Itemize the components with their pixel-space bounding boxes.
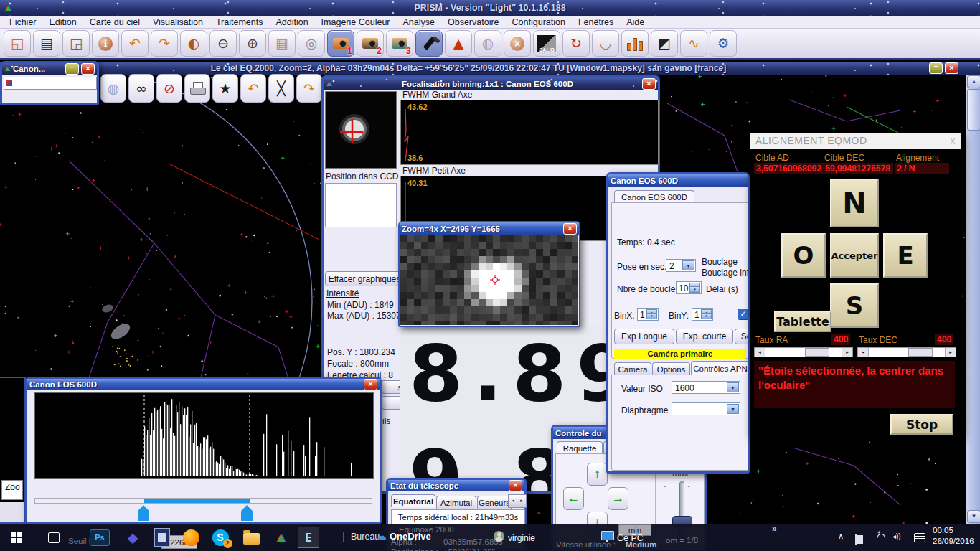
mini-titlebar[interactable]: ▲ Canon... – × <box>2 63 97 75</box>
slew-west-button[interactable]: O <box>781 233 826 278</box>
flip-horizontal-icon[interactable]: ↶ <box>240 74 266 103</box>
sequence-button[interactable]: Se <box>735 329 750 344</box>
etat-close-button[interactable]: × <box>509 480 522 491</box>
spin-down-icon[interactable]: ▾ <box>646 313 657 319</box>
menu-addition[interactable]: Addition <box>269 17 314 28</box>
video-app-icon[interactable] <box>151 527 173 548</box>
chevron-down-icon[interactable]: ▼ <box>727 404 739 414</box>
rotate-icon[interactable]: ↻ <box>562 30 590 57</box>
calibration-icon[interactable]: CALIB <box>533 30 560 57</box>
eqmod-close-icon[interactable]: x <box>951 135 956 146</box>
menu-observatoire[interactable]: Observatoire <box>441 17 506 28</box>
pose-combo[interactable]: 2 ▼ <box>666 259 696 272</box>
slew-east-button[interactable]: E <box>883 233 928 278</box>
volume-icon[interactable]: ◂)) <box>892 532 901 540</box>
sky-minimize-button[interactable]: – <box>929 62 943 74</box>
slew-north-button[interactable]: ↑ <box>587 463 608 486</box>
curve-icon[interactable]: ◡ <box>592 30 619 57</box>
info-icon[interactable]: i <box>92 30 119 57</box>
menu-edition[interactable]: Edition <box>43 17 83 28</box>
taux-dec-slider[interactable]: ◂ ▸ <box>857 347 956 357</box>
histogram-titlebar[interactable]: Canon EOS 600D × <box>27 379 380 390</box>
scroll-down-icon[interactable]: ▼ <box>967 510 980 523</box>
accepter-button[interactable]: Accepter <box>830 233 879 278</box>
boucles-spinner[interactable]: 10 ▴ ▾ <box>676 281 702 294</box>
menu-aide[interactable]: Aide <box>620 17 651 28</box>
iso-combo[interactable]: 1600 ▼ <box>672 381 740 394</box>
celestial-sphere-icon[interactable]: ◍ <box>474 30 501 57</box>
undo-icon[interactable]: ↶ <box>121 30 149 57</box>
capture-app-icon[interactable]: E <box>298 527 319 548</box>
flip-vertical-icon[interactable]: ↷ <box>296 74 322 103</box>
slew-west-button[interactable]: ← <box>563 487 584 510</box>
tab-options[interactable]: Options <box>652 362 690 375</box>
gem-app-icon[interactable]: ◆ <box>122 527 143 548</box>
stop-button[interactable]: Stop <box>890 414 953 435</box>
spin-down-icon[interactable]: ▾ <box>701 313 712 319</box>
histogram-close-button[interactable]: × <box>364 379 377 390</box>
tab-camera[interactable]: Camera <box>614 362 651 375</box>
invert-icon[interactable]: ◩ <box>651 30 678 57</box>
print-icon[interactable] <box>184 74 210 103</box>
slew-south-button[interactable]: S <box>830 283 879 328</box>
expand-star-icon[interactable]: ★ <box>212 74 238 103</box>
taux-ra-slider[interactable]: ◂ ▸ <box>754 347 853 357</box>
scrollbar-thumb[interactable] <box>967 89 980 131</box>
firefox-icon[interactable] <box>180 527 202 548</box>
tab-raquette[interactable]: Raquette <box>557 441 603 454</box>
focalisation-close-button[interactable]: × <box>642 78 656 90</box>
wifi-icon[interactable]: ◠* <box>877 531 888 542</box>
tab-azimutal[interactable]: Azimutal <box>436 496 476 509</box>
wrench-icon[interactable]: × <box>504 30 531 57</box>
mini-close-button[interactable]: × <box>81 63 95 75</box>
binx-spinner[interactable]: 1 ▴ ▾ <box>637 308 659 321</box>
histogram-bars-icon[interactable] <box>621 30 649 57</box>
focus-cone-icon[interactable]: ▲ <box>445 30 472 57</box>
levels-range-slider[interactable] <box>34 498 372 504</box>
zoom-close-button[interactable]: × <box>563 223 577 235</box>
sky-vertical-scrollbar[interactable]: ▲ ▼ <box>966 75 980 524</box>
slew-north-button[interactable]: N <box>830 179 879 227</box>
high-threshold-handle[interactable] <box>241 505 253 521</box>
clock-date[interactable]: 26/09/2016 <box>933 537 974 545</box>
scroll-up-icon[interactable]: ▲ <box>967 75 980 88</box>
zoom-out-icon[interactable]: ⊖ <box>209 30 237 57</box>
battery-icon[interactable] <box>855 534 857 545</box>
notification-icon[interactable] <box>914 533 925 542</box>
menu-imagerie-couleur[interactable]: Imagerie Couleur <box>315 17 397 28</box>
tray-chevron-icon[interactable]: » <box>772 524 777 534</box>
app-titlebar[interactable]: ▲ PRISM - Version "Light" 10.1.16.188 <box>0 0 980 16</box>
sky-sphere-icon[interactable]: ◍ <box>100 74 126 103</box>
effacer-graphiques-button[interactable]: Effacer graphiques <box>325 271 404 286</box>
low-threshold-handle[interactable] <box>138 505 149 521</box>
menu-fen-tres[interactable]: Fenêtres <box>572 17 620 28</box>
chevron-down-icon[interactable]: ▼ <box>682 260 694 270</box>
biny-spinner[interactable]: 1 ▴ ▾ <box>692 308 713 321</box>
menu-analyse[interactable]: Analyse <box>397 17 441 28</box>
zoom-titlebar[interactable]: Zoom=4x X=2495 Y=1665 × <box>400 222 579 235</box>
menu-traitements[interactable]: Traitements <box>209 17 270 28</box>
exp-longue-button[interactable]: Exp Longue <box>614 329 674 344</box>
save-icon[interactable]: ▤ <box>33 30 60 57</box>
exp-courte-button[interactable]: Exp. courte <box>676 329 733 344</box>
binoculars-icon[interactable]: ∞ <box>128 74 154 103</box>
arrow-left-icon[interactable]: ◂ <box>858 348 869 357</box>
camera-titlebar[interactable]: Canon EOS 600D <box>608 174 748 187</box>
task-view-button[interactable] <box>43 527 65 548</box>
chevron-down-icon[interactable]: ▼ <box>727 382 739 392</box>
arrow-right-icon[interactable]: ▸ <box>945 348 956 357</box>
telescope-icon[interactable] <box>415 30 443 57</box>
menu-fichier[interactable]: Fichier <box>3 17 43 28</box>
start-button[interactable] <box>6 527 27 548</box>
blur-disc-icon[interactable]: ◎ <box>298 30 325 57</box>
sky-close-button[interactable]: × <box>945 62 958 74</box>
menu-visualisation[interactable]: Visualisation <box>146 17 209 28</box>
automation-icon[interactable]: ⚙ <box>710 30 737 57</box>
tab-canon-eos-600d[interactable]: Canon EOS 600D <box>614 190 694 203</box>
slider-thumb[interactable] <box>805 348 829 357</box>
camera-1-icon[interactable]: 1 <box>327 30 354 57</box>
image-search-icon[interactable]: ◲ <box>62 30 90 57</box>
tab-scroll-right-icon[interactable]: ▸ <box>517 494 527 508</box>
spin-down-icon[interactable]: ▾ <box>689 286 700 293</box>
explorer-icon[interactable] <box>240 527 262 548</box>
